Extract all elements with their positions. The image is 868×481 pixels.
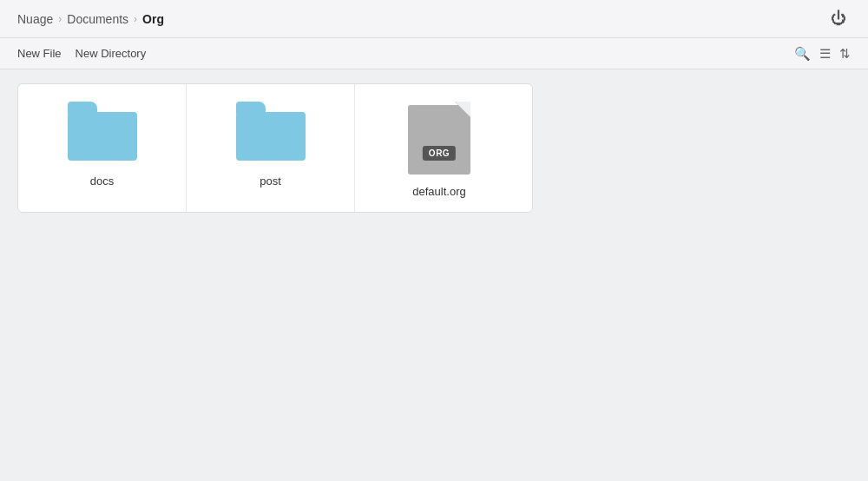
file-name-post: post: [260, 175, 281, 188]
toolbar-right: 🔍 ☰ ⇅: [794, 46, 851, 62]
breadcrumb-org[interactable]: Org: [142, 12, 164, 26]
org-file-icon: ORG: [408, 102, 470, 175]
folder-icon-post: [236, 102, 306, 161]
org-badge: ORG: [423, 146, 456, 161]
list-view-icon[interactable]: ☰: [819, 46, 831, 62]
org-file-corner: [455, 102, 470, 117]
sort-icon[interactable]: ⇅: [839, 46, 851, 62]
main-content: docs post ORG default.org: [0, 69, 868, 227]
toolbar-left: New File New Directory: [17, 47, 146, 60]
breadcrumb-sep-1: ›: [58, 13, 62, 25]
new-file-button[interactable]: New File: [17, 47, 62, 60]
file-item-docs[interactable]: docs: [18, 84, 187, 212]
file-grid: docs post ORG default.org: [17, 83, 533, 213]
breadcrumb-sep-2: ›: [134, 13, 137, 25]
power-button[interactable]: ⏻: [826, 7, 851, 31]
search-icon[interactable]: 🔍: [794, 46, 811, 62]
file-item-post[interactable]: post: [187, 84, 355, 212]
breadcrumb: Nuage › Documents › Org: [17, 12, 164, 26]
toolbar: New File New Directory 🔍 ☰ ⇅: [0, 38, 868, 69]
folder-body-post: [236, 112, 306, 161]
file-name-docs: docs: [90, 175, 114, 188]
top-bar: Nuage › Documents › Org ⏻: [0, 0, 868, 38]
folder-body: [68, 112, 137, 161]
new-directory-button[interactable]: New Directory: [76, 47, 147, 60]
breadcrumb-documents[interactable]: Documents: [67, 12, 128, 26]
file-name-default-org: default.org: [412, 185, 465, 198]
folder-icon-docs: [68, 102, 137, 161]
breadcrumb-nuage[interactable]: Nuage: [17, 12, 53, 26]
file-item-default-org[interactable]: ORG default.org: [355, 84, 523, 212]
